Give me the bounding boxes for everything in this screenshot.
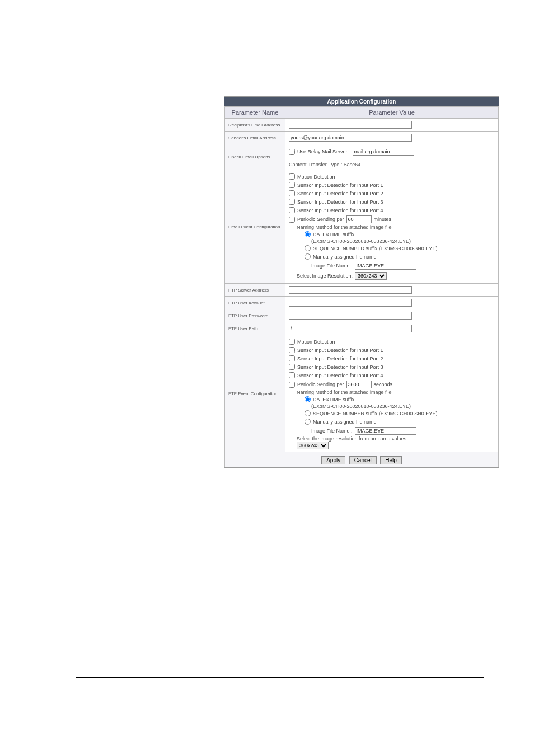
ftp-seqnum-label: SEQUENCE NUMBER suffix (EX:IMG-CH00-SN0.… <box>313 411 437 416</box>
email-sensor3-label: Sensor Input Detection for Input Port 3 <box>297 199 383 205</box>
content-transfer-type: Content-Transfer-Type : Base64 <box>289 162 360 167</box>
ftp-imgfile-input[interactable] <box>355 427 416 435</box>
email-resolution-label: Select Image Resolution: <box>297 273 353 279</box>
email-sensor2-checkbox[interactable] <box>289 190 295 196</box>
ftp-password-input[interactable] <box>289 312 412 320</box>
ftp-resolution-label: Select the image resolution from prepare… <box>297 436 495 442</box>
email-datetime-radio[interactable] <box>305 231 311 237</box>
apply-button[interactable]: Apply <box>321 456 345 464</box>
email-sensor1-checkbox[interactable] <box>289 182 295 188</box>
email-imgfile-label: Image File Name : <box>311 263 353 269</box>
email-manual-label: Manually assigned file name <box>313 254 377 260</box>
ftp-path-input[interactable] <box>289 325 412 332</box>
ftp-manual-radio[interactable] <box>305 419 311 425</box>
header-name: Parameter Name <box>225 107 285 119</box>
ftp-address-input[interactable] <box>289 286 412 294</box>
ftp-periodic-checkbox[interactable] <box>289 382 295 388</box>
ftp-address-label: FTP Server Address <box>225 284 285 297</box>
email-periodic-label: Periodic Sending per <box>297 217 344 222</box>
page-divider <box>76 677 484 678</box>
ftp-periodic-label: Periodic Sending per <box>297 382 344 387</box>
email-periodic-checkbox[interactable] <box>289 217 295 223</box>
ftp-sensor4-checkbox[interactable] <box>289 372 295 378</box>
ftp-sensor3-label: Sensor Input Detection for Input Port 3 <box>297 364 383 370</box>
email-sensor2-label: Sensor Input Detection for Input Port 2 <box>297 191 383 196</box>
sender-email-label: Sender's Email Address <box>225 132 285 144</box>
ftp-account-input[interactable] <box>289 299 412 307</box>
ftp-account-label: FTP User Account <box>225 297 285 309</box>
email-periodic-input[interactable] <box>346 215 372 223</box>
email-naming-label: Naming Method for the attached image fil… <box>297 224 495 230</box>
email-seqnum-label: SEQUENCE NUMBER suffix (EX:IMG-CH00-SN0.… <box>313 246 437 251</box>
title-bar: Application Configuration <box>224 97 499 106</box>
recipient-email-input[interactable] <box>289 121 412 129</box>
ftp-imgfile-label: Image File Name : <box>311 428 353 434</box>
email-motion-label: Motion Detection <box>297 174 335 180</box>
email-resolution-select[interactable]: 360x243 <box>355 272 387 280</box>
ftp-periodic-input[interactable] <box>346 381 372 388</box>
check-email-label: Check Email Options <box>225 144 285 170</box>
ftp-periodic-unit: seconds <box>374 382 393 387</box>
help-button[interactable]: Help <box>380 456 402 464</box>
email-motion-checkbox[interactable] <box>289 173 295 180</box>
cancel-button[interactable]: Cancel <box>349 456 377 464</box>
ftp-event-label: FTP Event Configuration <box>225 335 285 452</box>
ftp-sensor4-label: Sensor Input Detection for Input Port 4 <box>297 373 383 378</box>
ftp-datetime-radio[interactable] <box>305 396 311 402</box>
ftp-motion-label: Motion Detection <box>297 339 335 345</box>
header-value: Parameter Value <box>285 107 499 119</box>
email-manual-radio[interactable] <box>305 253 311 260</box>
ftp-datetime-example: (EX:IMG-CH00-20020810-053236-424.EYE) <box>311 403 495 409</box>
relay-mail-checkbox[interactable] <box>289 149 295 155</box>
ftp-sensor3-checkbox[interactable] <box>289 364 295 370</box>
email-sensor1-label: Sensor Input Detection for Input Port 1 <box>297 182 383 188</box>
ftp-naming-label: Naming Method for the attached image fil… <box>297 389 495 395</box>
email-sensor4-checkbox[interactable] <box>289 207 295 213</box>
email-periodic-unit: minutes <box>374 217 392 222</box>
ftp-sensor1-label: Sensor Input Detection for Input Port 1 <box>297 348 383 353</box>
email-sensor3-checkbox[interactable] <box>289 199 295 205</box>
ftp-seqnum-radio[interactable] <box>305 410 311 416</box>
email-datetime-example: (EX:IMG-CH00-20020810-053236-424.EYE) <box>311 238 495 244</box>
relay-mail-input[interactable] <box>353 148 414 156</box>
email-imgfile-input[interactable] <box>355 262 416 270</box>
sender-email-input[interactable] <box>289 134 412 142</box>
ftp-resolution-select[interactable]: 360x243 <box>297 442 329 449</box>
ftp-sensor2-label: Sensor Input Detection for Input Port 2 <box>297 356 383 361</box>
config-table: Parameter Name Parameter Value Recipient… <box>224 106 499 467</box>
ftp-password-label: FTP User Password <box>225 309 285 322</box>
recipient-email-label: Recipient's Email Address <box>225 119 285 132</box>
ftp-path-label: FTP User Path <box>225 322 285 335</box>
email-sensor4-label: Sensor Input Detection for Input Port 4 <box>297 208 383 213</box>
relay-mail-label: Use Relay Mail Server : <box>297 149 350 154</box>
ftp-sensor1-checkbox[interactable] <box>289 347 295 353</box>
ftp-datetime-label: DATE&TIME suffix <box>313 397 354 402</box>
email-event-label: Email Event Configuration <box>225 170 285 284</box>
ftp-sensor2-checkbox[interactable] <box>289 355 295 361</box>
email-seqnum-radio[interactable] <box>305 245 311 251</box>
email-datetime-label: DATE&TIME suffix <box>313 232 354 237</box>
ftp-manual-label: Manually assigned file name <box>313 419 377 425</box>
ftp-motion-checkbox[interactable] <box>289 339 295 345</box>
